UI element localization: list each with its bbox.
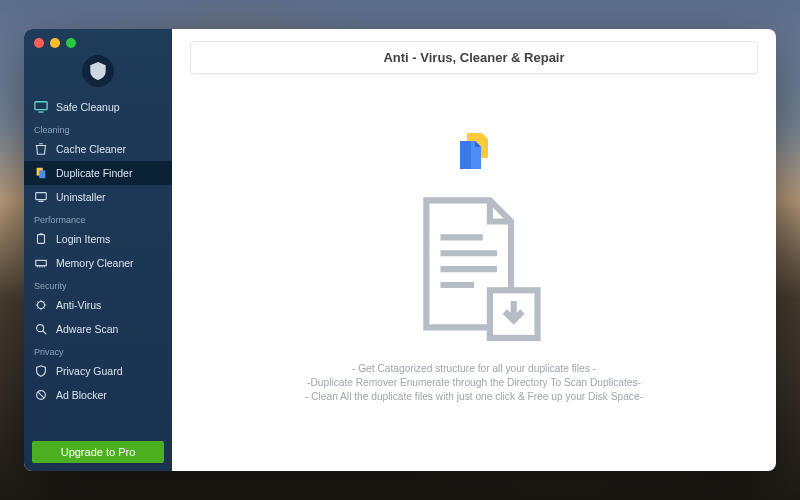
window-maximize-button[interactable] [66,38,76,48]
sidebar-item-label: Privacy Guard [56,365,123,377]
sidebar-item-memory-cleaner[interactable]: Memory Cleaner [24,251,172,275]
app-window: Safe Cleanup Cleaning Cache Cleaner Dupl… [24,29,776,471]
sidebar-item-safe-cleanup[interactable]: Safe Cleanup [24,95,172,119]
sidebar-item-login-items[interactable]: Login Items [24,227,172,251]
sidebar-item-anti-virus[interactable]: Anti-Virus [24,293,172,317]
main-panel: Anti - Virus, Cleaner & Repair - [172,29,776,471]
sidebar-section-security: Security [24,275,172,293]
sidebar-item-label: Duplicate Finder [56,167,132,179]
svg-rect-5 [38,235,45,244]
svg-rect-1 [38,111,43,112]
svg-point-8 [37,325,44,332]
upgrade-button[interactable]: Upgrade to Pro [32,441,164,463]
svg-rect-6 [36,260,47,265]
sidebar-item-label: Adware Scan [56,323,118,335]
sidebar-item-duplicate-finder[interactable]: Duplicate Finder [24,161,172,185]
sidebar-item-label: Safe Cleanup [56,101,120,113]
uninstall-icon [34,190,48,204]
description-line: - Clean All the duplicate files with jus… [305,391,643,402]
sidebar-item-ad-blocker[interactable]: Ad Blocker [24,383,172,407]
virus-icon [34,298,48,312]
window-minimize-button[interactable] [50,38,60,48]
app-logo [82,55,114,87]
svg-rect-4 [36,193,47,200]
sidebar-section-performance: Performance [24,209,172,227]
page-title: Anti - Virus, Cleaner & Repair [190,41,758,74]
files-icon [34,166,48,180]
sidebar-item-cache-cleaner[interactable]: Cache Cleaner [24,137,172,161]
svg-rect-3 [39,170,45,178]
sidebar-item-label: Login Items [56,233,110,245]
sidebar-item-adware-scan[interactable]: Adware Scan [24,317,172,341]
sidebar-section-cleaning: Cleaning [24,119,172,137]
sidebar-item-label: Memory Cleaner [56,257,134,269]
adware-icon [34,322,48,336]
sidebar-item-uninstaller[interactable]: Uninstaller [24,185,172,209]
monitor-icon [34,100,48,114]
adblock-icon [34,388,48,402]
window-close-button[interactable] [34,38,44,48]
document-download-icon [394,195,554,345]
window-controls [34,38,76,48]
ram-icon [34,256,48,270]
sidebar: Safe Cleanup Cleaning Cache Cleaner Dupl… [24,29,172,471]
plug-icon [34,232,48,246]
sidebar-item-label: Uninstaller [56,191,106,203]
content-area: - Get Catagorized structure for all your… [190,74,758,457]
description-line: -Duplicate Remover Enumerate through the… [307,377,641,388]
description-line: - Get Catagorized structure for all your… [352,363,596,374]
shield-icon [90,62,106,80]
sidebar-item-label: Ad Blocker [56,389,107,401]
svg-rect-0 [35,102,47,110]
trash-icon [34,142,48,156]
sidebar-section-privacy: Privacy [24,341,172,359]
sidebar-item-label: Cache Cleaner [56,143,126,155]
sidebar-item-privacy-guard[interactable]: Privacy Guard [24,359,172,383]
duplicate-files-icon [450,129,498,177]
sidebar-item-label: Anti-Virus [56,299,101,311]
privacy-icon [34,364,48,378]
description-block: - Get Catagorized structure for all your… [305,363,643,402]
